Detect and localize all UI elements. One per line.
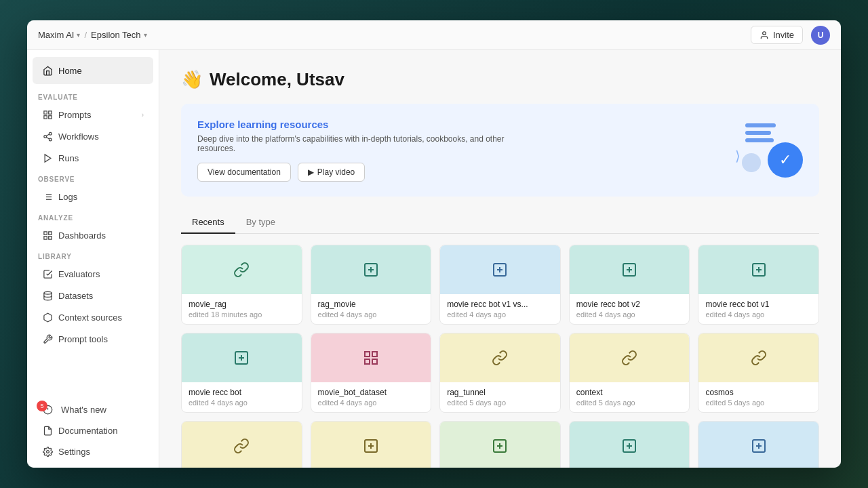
illus-line-2 bbox=[745, 131, 771, 135]
card-travel-bot-v1[interactable]: travel_bot v1 bbox=[439, 421, 561, 468]
card-info: movie recc bot v1 edited 4 days ago bbox=[698, 294, 818, 324]
card-movie-rag[interactable]: movie_rag edited 18 minutes ago bbox=[181, 245, 302, 325]
card-thumb bbox=[311, 333, 431, 382]
svg-rect-3 bbox=[48, 115, 51, 118]
breadcrumb-separator: / bbox=[84, 30, 87, 40]
card-trave-v2-v2[interactable]: trave_v2 v2 bbox=[311, 421, 432, 468]
logs-label: Logs bbox=[58, 192, 77, 202]
illus-arrow-icon: ⟩ bbox=[735, 148, 741, 164]
sidebar-item-logs[interactable]: Logs bbox=[33, 186, 153, 207]
illus-line-1 bbox=[745, 123, 776, 127]
svg-point-5 bbox=[49, 132, 52, 135]
card-cosmos[interactable]: cosmos edited 5 days ago bbox=[698, 333, 819, 413]
add-box-icon bbox=[492, 262, 508, 278]
card-info: movie_rag edited 18 minutes ago bbox=[182, 294, 302, 324]
section-library-label: LIBRARY bbox=[27, 246, 159, 263]
svg-rect-1 bbox=[43, 110, 46, 113]
datasets-icon bbox=[42, 290, 53, 301]
card-name: movie_bot_dataset bbox=[318, 388, 425, 397]
sidebar-item-workflows[interactable]: Workflows bbox=[33, 126, 153, 146]
prompt-tools-label: Prompt tools bbox=[58, 334, 108, 344]
workflows-label: Workflows bbox=[58, 131, 99, 142]
card-name: movie recc bot v2 bbox=[576, 300, 683, 309]
section-evaluate-label: EVALUATE bbox=[27, 87, 159, 104]
svg-line-8 bbox=[46, 137, 49, 138]
card-info: cosmos edited 5 days ago bbox=[698, 382, 818, 412]
explore-banner-buttons: View documentation ▶ Play video bbox=[197, 163, 523, 182]
sidebar-item-settings[interactable]: Settings bbox=[33, 441, 153, 462]
documentation-label: Documentation bbox=[58, 426, 117, 436]
tab-by-type[interactable]: By type bbox=[235, 211, 286, 234]
breadcrumb-workspace[interactable]: Maxim AI ▾ bbox=[38, 30, 80, 40]
card-movie-recc-bot[interactable]: movie recc bot edited 4 days ago bbox=[181, 333, 302, 413]
card-thumb bbox=[182, 333, 302, 382]
card-info: rag_movie edited 4 days ago bbox=[311, 294, 431, 324]
card-name: rag_tunnel bbox=[447, 388, 553, 397]
card-travel-bot-v1-vs[interactable]: travel_bot v1 vs trav... bbox=[698, 421, 819, 468]
sidebar-item-evaluators[interactable]: Evaluators bbox=[33, 264, 153, 284]
invite-button[interactable]: Invite bbox=[751, 26, 803, 44]
sidebar-item-runs[interactable]: Runs bbox=[33, 148, 153, 168]
sidebar-item-prompt-tools[interactable]: Prompt tools bbox=[33, 329, 153, 349]
svg-rect-2 bbox=[48, 110, 51, 113]
sidebar-item-whats-new[interactable]: 5 What's new bbox=[33, 399, 153, 420]
link-icon bbox=[751, 350, 767, 366]
link-icon bbox=[233, 438, 250, 454]
add-box-outline-icon bbox=[233, 350, 250, 366]
explore-banner: Explore learning resources Deep dive int… bbox=[181, 104, 819, 197]
welcome-text: Welcome, Utsav bbox=[210, 69, 344, 90]
sidebar-item-dashboards[interactable]: Dashboards bbox=[33, 225, 153, 245]
play-video-button[interactable]: ▶ Play video bbox=[298, 163, 365, 182]
link-icon bbox=[621, 350, 637, 366]
play-video-label: Play video bbox=[317, 167, 355, 177]
card-name: movie recc bot bbox=[189, 388, 295, 397]
card-thumb bbox=[440, 422, 560, 468]
card-name: movie recc bot v1 bbox=[705, 300, 812, 309]
card-thumb bbox=[698, 245, 818, 294]
prompts-icon bbox=[42, 109, 53, 120]
content-area: 👋 Welcome, Utsav Explore learning resour… bbox=[159, 50, 841, 468]
svg-line-9 bbox=[46, 134, 49, 136]
card-context[interactable]: context edited 5 days ago bbox=[569, 333, 690, 413]
svg-point-6 bbox=[43, 135, 46, 138]
card-rag-movie[interactable]: rag_movie edited 4 days ago bbox=[311, 245, 432, 325]
svg-point-7 bbox=[49, 138, 52, 141]
card-movie-recc-v1-vs[interactable]: movie recc bot v1 vs... edited 4 days ag… bbox=[439, 245, 561, 325]
home-icon bbox=[42, 65, 53, 76]
card-movie-recc-v2[interactable]: movie recc bot v2 edited 4 days ago bbox=[569, 245, 690, 325]
invite-label: Invite bbox=[773, 30, 794, 40]
card-time: edited 4 days ago bbox=[576, 310, 683, 319]
view-docs-button[interactable]: View documentation bbox=[197, 163, 291, 182]
sidebar-item-context-sources[interactable]: Context sources bbox=[33, 307, 153, 327]
card-trave-v2-v1[interactable]: trave_v2 v1 bbox=[569, 421, 690, 468]
evaluators-label: Evaluators bbox=[58, 269, 100, 279]
user-avatar[interactable]: U bbox=[811, 26, 830, 45]
workspace-chevron-icon: ▾ bbox=[77, 31, 80, 39]
card-time: edited 18 minutes ago bbox=[189, 310, 295, 319]
welcome-heading: 👋 Welcome, Utsav bbox=[181, 69, 819, 90]
sidebar-item-datasets[interactable]: Datasets bbox=[33, 285, 153, 306]
svg-point-21 bbox=[43, 291, 51, 294]
context-sources-label: Context sources bbox=[58, 312, 122, 323]
main-layout: Home EVALUATE Prompts › bbox=[27, 50, 841, 468]
workflows-icon bbox=[42, 131, 53, 142]
sidebar-item-documentation[interactable]: Documentation bbox=[33, 420, 153, 441]
card-rag-tunnel[interactable]: rag_tunnel edited 5 days ago bbox=[439, 333, 561, 413]
card-movie-bot[interactable]: movie bot bbox=[181, 421, 302, 468]
card-name: rag_movie bbox=[318, 300, 425, 309]
sidebar-item-home[interactable]: Home bbox=[33, 57, 153, 84]
card-time: edited 5 days ago bbox=[705, 399, 812, 407]
link-icon bbox=[492, 350, 508, 366]
tab-recents[interactable]: Recents bbox=[181, 211, 235, 234]
card-movie-bot-dataset[interactable]: movie_bot_dataset edited 4 days ago bbox=[311, 333, 432, 413]
card-movie-recc-v1[interactable]: movie recc bot v1 edited 4 days ago bbox=[698, 245, 819, 325]
card-name: movie_rag bbox=[189, 300, 295, 309]
add-box-icon bbox=[751, 262, 767, 278]
tabs-row: Recents By type bbox=[181, 211, 819, 234]
explore-description: Deep dive into the platform's capabiliti… bbox=[197, 134, 523, 153]
svg-rect-20 bbox=[43, 236, 46, 239]
sidebar-item-prompts[interactable]: Prompts › bbox=[33, 104, 153, 125]
add-box-icon bbox=[492, 438, 508, 454]
card-thumb bbox=[182, 245, 302, 294]
breadcrumb-org[interactable]: Epsilon Tech ▾ bbox=[91, 30, 146, 40]
